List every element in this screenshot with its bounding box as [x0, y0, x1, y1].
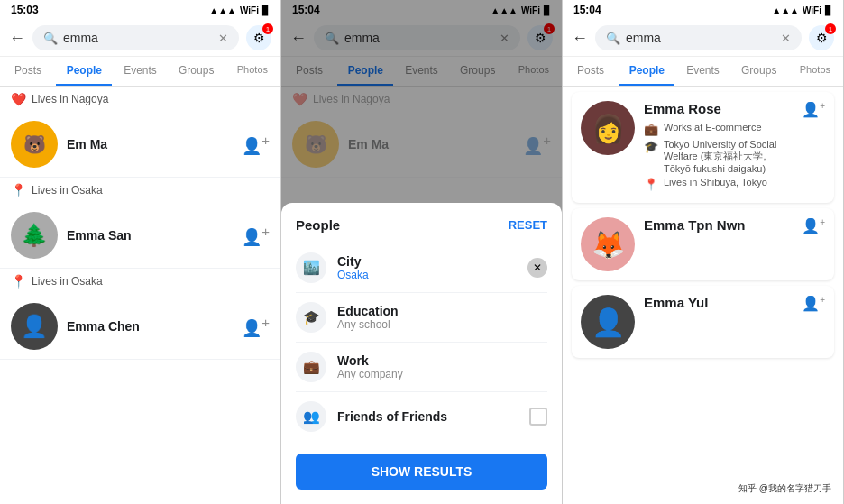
panel-2: 15:04 ▲▲▲ WiFi ▊ ← 🔍 emma ✕ ⚙ 1 Posts Pe… [281, 0, 563, 504]
search-text-3: emma [626, 31, 775, 45]
name-em-ma-1: Em Ma [67, 137, 233, 151]
back-button-3[interactable]: ← [572, 29, 588, 48]
avatar-emma-san-1: 🌲 [11, 212, 58, 259]
avatar-emma-yul: 👤 [581, 295, 635, 349]
watermark: 知乎 @我的名字猎刀手 [734, 481, 836, 497]
tab-posts-3[interactable]: Posts [563, 57, 619, 86]
card-emma-rose[interactable]: 👩 Emma Rose 💼 Works at E-commerce 🎓 Toky… [572, 92, 834, 203]
loc-text-rose: Lives in Shibuya, Tokyo [664, 177, 767, 188]
loc-icon-1: ❤️ [11, 92, 26, 106]
name-emma-san-1: Emma San [67, 228, 233, 243]
search-text-1: emma [63, 31, 213, 45]
filter-work[interactable]: 💼 Work Any company [296, 343, 547, 392]
work-label: Work [337, 353, 403, 368]
tab-groups-3[interactable]: Groups [731, 57, 787, 86]
battery-icon: ▊ [262, 5, 270, 15]
card-header-emma-yul: 👤 Emma Yul 👤+ [581, 295, 825, 349]
tab-people-3[interactable]: People [619, 57, 674, 86]
filter-education[interactable]: 🎓 Education Any school [296, 293, 547, 343]
tab-photos-3[interactable]: Photos [787, 57, 843, 86]
clear-icon-1[interactable]: ✕ [218, 32, 228, 45]
city-label: City [337, 254, 369, 269]
panel-1: 15:03 ▲▲▲ WiFi ▊ ← 🔍 emma ✕ ⚙ 1 Posts Pe… [0, 0, 281, 504]
add-friend-emma-tpn[interactable]: 👤+ [802, 217, 825, 234]
people-cards-3: 👩 Emma Rose 💼 Works at E-commerce 🎓 Toky… [563, 87, 843, 504]
osaka-label-1: Lives in Osaka [32, 184, 103, 197]
avatar-emma-rose: 👩 [581, 101, 635, 155]
person-emma-chen-1[interactable]: 👤 Emma Chen 👤+ [0, 294, 280, 360]
name-emma-chen-1: Emma Chen [67, 319, 233, 334]
add-friend-emma-san-1[interactable]: 👤+ [242, 224, 270, 247]
tab-events-3[interactable]: Events [674, 57, 730, 86]
add-friend-emma-chen-1[interactable]: 👤+ [242, 315, 270, 338]
status-icons-3: ▲▲▲ WiFi ▊ [772, 5, 832, 15]
battery-icon-3: ▊ [825, 5, 832, 15]
loc-emma-rose: 📍 Lives in Shibuya, Tokyo [644, 177, 793, 191]
notification-icon-1[interactable]: ⚙ 1 [246, 25, 271, 50]
tab-people-1[interactable]: People [56, 57, 112, 86]
work-text-rose: Works at E-commerce [664, 122, 762, 133]
search-bar-3: ← 🔍 emma ✕ ⚙ 1 [563, 20, 843, 57]
filter-city[interactable]: 🏙️ City Osaka ✕ [296, 243, 547, 293]
search-bar-1: ← 🔍 emma ✕ ⚙ 1 [0, 20, 280, 57]
education-label: Education [337, 304, 399, 318]
work-emma-rose: 💼 Works at E-commerce [644, 122, 793, 136]
info-emma-rose: Emma Rose 💼 Works at E-commerce 🎓 Tokyo … [644, 101, 793, 194]
nagoya-label-1: Lives in Nagoya [32, 93, 108, 105]
status-icons-1: ▲▲▲ WiFi ▊ [209, 5, 270, 15]
add-friend-emma-yul[interactable]: 👤+ [802, 295, 825, 312]
name-emma-yul: Emma Yul [644, 295, 793, 310]
name-emma-tpn: Emma Tpn Nwn [644, 217, 793, 233]
wifi-icon: WiFi [240, 5, 259, 15]
filter-friends-of-friends[interactable]: 👥 Friends of Friends [296, 392, 547, 441]
work-filter-info: Work Any company [337, 353, 403, 380]
tab-posts-1[interactable]: Posts [0, 57, 56, 86]
search-wrapper-1[interactable]: 🔍 emma ✕ [32, 25, 239, 50]
person-em-ma-1[interactable]: 🐻 Em Ma 👤+ [0, 112, 280, 178]
people-filter-title: People [296, 217, 340, 233]
avatar-emma-chen-1: 👤 [11, 303, 58, 350]
wifi-icon-3: WiFi [803, 5, 821, 15]
tab-photos-1[interactable]: Photos [225, 57, 280, 86]
show-results-button[interactable]: SHOW RESULTS [296, 454, 547, 490]
work-icon-rose: 💼 [644, 123, 658, 136]
search-wrapper-3[interactable]: 🔍 emma ✕ [595, 25, 802, 50]
avatar-emma-tpn: 🦊 [581, 217, 635, 271]
notification-icon-3[interactable]: ⚙ 1 [809, 25, 834, 50]
card-header-emma-rose: 👩 Emma Rose 💼 Works at E-commerce 🎓 Toky… [581, 101, 825, 194]
education-icon: 🎓 [296, 302, 326, 333]
edu-text-rose: Tokyo University of Social Welfare (東京福祉… [664, 139, 793, 174]
card-emma-yul[interactable]: 👤 Emma Yul 👤+ [572, 286, 834, 358]
friends-label: Friends of Friends [337, 409, 447, 424]
location-tag-nagoya-1: ❤️ Lives in Nagoya [0, 87, 280, 112]
avatar-em-ma-1: 🐻 [11, 121, 58, 168]
card-emma-tpn[interactable]: 🦊 Emma Tpn Nwn 👤+ [572, 208, 834, 280]
add-friend-emma-rose[interactable]: 👤+ [802, 101, 825, 118]
tab-events-1[interactable]: Events [112, 57, 168, 86]
tabs-3: Posts People Events Groups Photos [563, 57, 843, 87]
notif-badge-1: 1 [262, 23, 273, 34]
notif-symbol-3: ⚙ [816, 31, 828, 45]
clear-icon-3[interactable]: ✕ [781, 32, 791, 45]
time-3: 15:04 [573, 4, 601, 16]
search-icon-3: 🔍 [606, 32, 620, 45]
edu-icon-rose: 🎓 [644, 140, 658, 153]
back-button-1[interactable]: ← [9, 29, 25, 48]
education-value: Any school [337, 318, 399, 331]
tab-groups-1[interactable]: Groups [169, 57, 225, 86]
signal-icon-3: ▲▲▲ [772, 5, 799, 15]
reset-button[interactable]: RESET [509, 218, 547, 232]
friends-icon: 👥 [296, 401, 326, 432]
education-filter-info: Education Any school [337, 304, 399, 331]
add-friend-em-ma-1[interactable]: 👤+ [242, 133, 270, 156]
friends-checkbox[interactable] [529, 408, 547, 426]
time-1: 15:03 [11, 4, 39, 16]
bottom-sheet-2: People RESET 🏙️ City Osaka ✕ 🎓 Education… [281, 203, 562, 504]
info-emma-yul: Emma Yul [644, 295, 793, 316]
location-tag-osaka-2: 📍 Lives in Osaka [0, 269, 280, 294]
person-emma-san-1[interactable]: 🌲 Emma San 👤+ [0, 203, 280, 269]
notif-badge-3: 1 [825, 23, 836, 34]
city-filter-info: City Osaka [337, 254, 369, 281]
city-close-button[interactable]: ✕ [528, 258, 547, 278]
panel-3: 15:04 ▲▲▲ WiFi ▊ ← 🔍 emma ✕ ⚙ 1 Posts Pe… [563, 0, 844, 504]
